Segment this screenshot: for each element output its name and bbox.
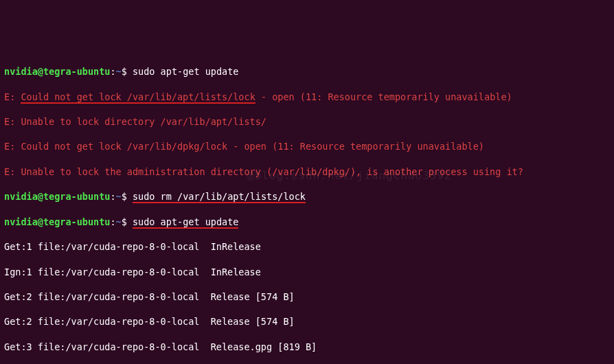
error-line-2: E: Unable to lock directory /var/lib/apt… bbox=[4, 115, 610, 128]
command-1: sudo apt-get update bbox=[133, 66, 238, 77]
error-line-1: E: Could not get lock /var/lib/apt/lists… bbox=[4, 91, 610, 103]
error-line-4: E: Unable to lock the administration dir… bbox=[4, 166, 610, 178]
output-line: Get:3 file:/var/cuda-repo-8-0-local Rele… bbox=[4, 341, 610, 353]
prompt-line-3: nvidia@tegra-ubuntu:~$ sudo apt-get upda… bbox=[4, 216, 610, 228]
command-2: sudo rm /var/lib/apt/lists/lock bbox=[133, 191, 306, 203]
command-3: sudo apt-get update bbox=[133, 216, 238, 229]
output-line: Get:1 file:/var/cuda-repo-8-0-local InRe… bbox=[4, 240, 610, 253]
error-underline-1: Could not get lock /var/lib/apt/lists/lo… bbox=[21, 91, 255, 104]
prompt-line-2: nvidia@tegra-ubuntu:~$ sudo rm /var/lib/… bbox=[4, 190, 610, 203]
prompt-line-1: nvidia@tegra-ubuntu:~$ sudo apt-get upda… bbox=[4, 65, 610, 78]
output-line: Get:2 file:/var/cuda-repo-8-0-local Rele… bbox=[4, 291, 610, 303]
output-line: Ign:1 file:/var/cuda-repo-8-0-local InRe… bbox=[4, 266, 610, 278]
terminal-window[interactable]: nvidia@tegra-ubuntu:~$ sudo apt-get upda… bbox=[4, 53, 610, 364]
output-line: Get:2 file:/var/cuda-repo-8-0-local Rele… bbox=[4, 315, 610, 328]
prompt-user: nvidia@tegra-ubuntu bbox=[4, 66, 110, 77]
error-line-3: E: Could not get lock /var/lib/dpkg/lock… bbox=[4, 140, 610, 152]
